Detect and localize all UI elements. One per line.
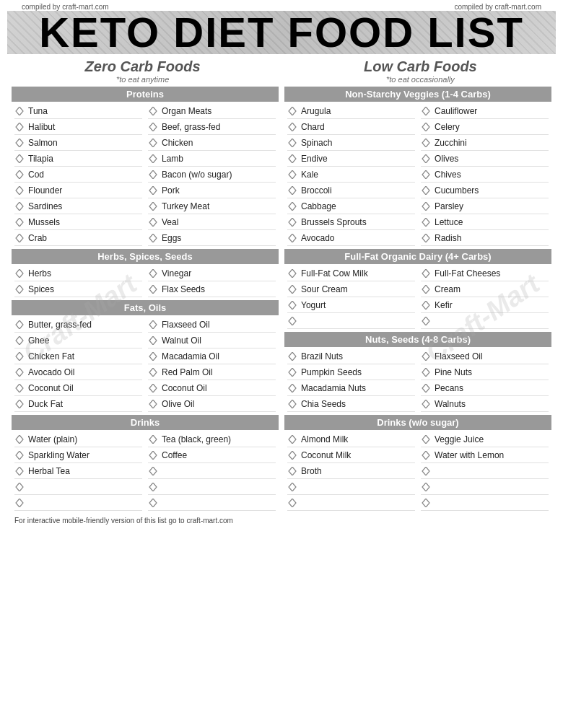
item-label: Full-Fat Cow Milk <box>301 268 415 279</box>
diamond-icon <box>287 138 297 148</box>
svg-marker-16 <box>149 218 157 227</box>
item-label: Avocado Oil <box>28 367 142 377</box>
section-half: HerbsSpices <box>12 266 145 297</box>
diamond-icon <box>148 498 158 508</box>
list-item: Olives <box>421 151 549 167</box>
svg-marker-30 <box>149 352 157 361</box>
item-label: Zucchini <box>435 138 549 148</box>
page: compiled by craft-mart.com compiled by c… <box>0 0 563 728</box>
list-item: Chard <box>287 119 415 135</box>
svg-marker-68 <box>422 301 429 310</box>
diamond-icon <box>287 399 297 409</box>
diamond-icon <box>287 434 297 444</box>
diamond-icon <box>14 434 25 444</box>
list-item: Zucchini <box>421 135 549 151</box>
svg-marker-86 <box>422 483 429 491</box>
list-item: Vinegar <box>148 266 276 281</box>
item-label: Mussels <box>28 217 142 227</box>
list-item: Cucumbers <box>421 183 549 198</box>
list-item <box>148 495 276 511</box>
list-item <box>421 463 549 479</box>
section-half: Water (plain)Sparkling WaterHerbal Tea <box>12 431 145 511</box>
item-label: Sparkling Water <box>28 450 142 460</box>
diamond-icon <box>287 284 297 294</box>
diamond-icon <box>421 268 431 279</box>
item-label: Veal <box>162 217 276 227</box>
item-label: Eggs <box>162 233 276 243</box>
svg-marker-18 <box>16 269 23 278</box>
diamond-icon <box>421 399 431 409</box>
credit-left: compiled by craft-mart.com <box>22 3 109 11</box>
svg-marker-34 <box>16 435 23 444</box>
right-subtitle-main: Low Carb Foods <box>292 58 549 75</box>
diamond-icon <box>287 233 297 243</box>
list-item <box>287 495 415 511</box>
item-label: Olive Oil <box>162 399 276 409</box>
diamond-icon <box>148 320 158 330</box>
list-item: Broth <box>287 463 415 479</box>
list-item <box>421 495 549 511</box>
diamond-icon <box>148 201 158 211</box>
list-item: Halibut <box>14 119 142 135</box>
svg-marker-41 <box>149 467 157 475</box>
svg-marker-17 <box>149 234 157 242</box>
svg-marker-87 <box>422 499 429 507</box>
diamond-icon <box>287 450 297 460</box>
item-label: Turkey Meat <box>162 201 276 211</box>
item-label: Brussels Sprouts <box>301 217 415 227</box>
list-item: Veal <box>148 214 276 230</box>
diamond-icon <box>14 284 25 294</box>
item-label: Parsley <box>435 201 549 211</box>
list-item: Red Palm Oil <box>148 364 276 380</box>
svg-marker-85 <box>422 467 429 475</box>
list-item: Olive Oil <box>148 396 276 412</box>
diamond-icon <box>287 300 297 310</box>
list-item: Radish <box>421 230 549 246</box>
list-item: Flaxseed Oil <box>148 317 276 333</box>
list-item <box>148 463 276 479</box>
section: Drinks (w/o sugar)Almond MilkCoconut Mil… <box>284 415 551 512</box>
list-item: Tea (black, green) <box>148 431 276 447</box>
section-half: Tea (black, green)Coffee <box>145 431 279 511</box>
diamond-icon <box>14 399 25 409</box>
item-label: Chicken <box>162 138 276 148</box>
list-item: Flax Seeds <box>148 281 276 297</box>
list-item: Water (plain) <box>14 431 142 447</box>
section-half: CauliflowerCeleryZucchiniOlivesChivesCuc… <box>418 103 551 246</box>
item-label: Walnuts <box>435 399 549 409</box>
svg-marker-10 <box>149 123 157 131</box>
item-label: Lettuce <box>435 217 549 227</box>
diamond-icon <box>148 106 158 116</box>
item-label: Chives <box>435 170 549 180</box>
svg-marker-76 <box>422 384 429 392</box>
item-label: Water (plain) <box>28 434 142 444</box>
item-label: Kale <box>301 170 415 180</box>
list-item: Butter, grass-fed <box>14 317 142 333</box>
diamond-icon <box>148 170 158 180</box>
item-label: Coconut Oil <box>162 383 276 393</box>
section-half: TunaHalibutSalmonTilapiaCodFlounderSardi… <box>12 103 145 246</box>
svg-marker-67 <box>422 285 429 294</box>
svg-marker-35 <box>16 451 23 460</box>
list-item <box>14 495 142 511</box>
diamond-icon <box>14 106 25 116</box>
list-item: Pumpkin Seeds <box>287 364 415 380</box>
list-item: Cabbage <box>287 198 415 214</box>
item-label: Pumpkin Seeds <box>301 367 415 377</box>
diamond-icon <box>14 320 25 330</box>
diamond-icon <box>148 434 158 444</box>
diamond-icon <box>148 268 158 279</box>
svg-marker-20 <box>149 269 157 278</box>
svg-marker-47 <box>289 154 296 163</box>
list-item: Crab <box>14 230 142 246</box>
section: DrinksWater (plain)Sparkling WaterHerbal… <box>12 415 279 512</box>
item-label: Sardines <box>28 201 142 211</box>
footer: For interactive mobile-friendly version … <box>7 512 556 525</box>
diamond-icon <box>14 233 25 243</box>
item-label: Sour Cream <box>301 284 415 294</box>
section-content: ArugulaChardSpinachEndiveKaleBroccoliCab… <box>284 102 551 247</box>
item-label: Arugula <box>301 106 415 116</box>
diamond-icon <box>14 138 25 148</box>
item-label: Halibut <box>28 122 142 132</box>
list-item: Lamb <box>148 151 276 167</box>
